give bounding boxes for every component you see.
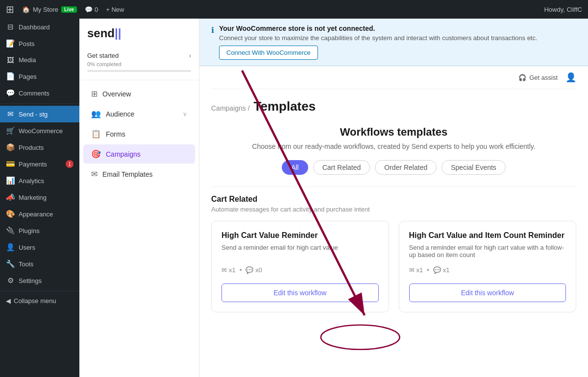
get-assist-label: Get assist xyxy=(529,74,558,81)
chevron-down-icon: ∨ xyxy=(183,111,187,118)
sidebar-item-tools[interactable]: 🔧 Tools xyxy=(0,256,79,272)
sidebar-item-label: Analytics xyxy=(19,177,44,185)
sidebar-item-appearance[interactable]: 🎨 Appearance xyxy=(0,206,79,222)
tools-icon: 🔧 xyxy=(6,259,15,268)
sidebar-item-users[interactable]: 👤 Users xyxy=(0,239,79,256)
woocommerce-banner: ℹ Your WooCommerce store is not yet conn… xyxy=(199,19,588,66)
sidebar-item-analytics[interactable]: 📊 Analytics xyxy=(0,172,79,189)
admin-bar: ⊞ 🏠 My Store Live 💬 0 + New Howdy, Cliff… xyxy=(0,0,588,19)
sidebar-item-send-stg[interactable]: ✉ Send - stg xyxy=(0,106,79,122)
posts-icon: 📝 xyxy=(6,39,15,48)
filter-tab-order-related[interactable]: Order Related xyxy=(375,160,437,175)
headset-icon: 🎧 xyxy=(518,74,526,81)
plugin-nav-email-templates[interactable]: ✉ Email Templates xyxy=(83,165,195,184)
send-stg-icon: ✉ xyxy=(6,110,15,118)
breadcrumb-parent[interactable]: Campaigns xyxy=(211,104,246,112)
comment-icon: 💬 xyxy=(85,6,93,13)
site-name[interactable]: 🏠 My Store Live xyxy=(22,6,77,13)
sidebar-item-label: Posts xyxy=(19,40,35,47)
marketing-icon: 📣 xyxy=(6,193,15,202)
forms-label: Forms xyxy=(106,130,125,138)
site-name-label: My Store xyxy=(33,6,58,13)
sidebar-item-label: Marketing xyxy=(19,194,47,201)
new-button[interactable]: + New xyxy=(106,6,124,13)
edit-workflow-button-2[interactable]: Edit this workflow xyxy=(409,283,566,302)
user-profile-icon[interactable]: 👤 xyxy=(565,72,576,83)
plugin-nav-overview[interactable]: ⊞ Overview xyxy=(83,84,195,103)
wp-logo-icon[interactable]: ⊞ xyxy=(6,3,14,15)
collapse-menu-button[interactable]: ◀ Collapse menu xyxy=(0,293,79,308)
email-templates-label: Email Templates xyxy=(102,170,152,178)
sidebar-item-label: Send - stg xyxy=(19,111,48,118)
sidebar-item-label: Appearance xyxy=(19,211,53,218)
plugin-nav-audience[interactable]: 👥 Audience ∨ xyxy=(83,104,195,123)
card-1-emails: ✉ x1 xyxy=(221,266,236,274)
connect-woocommerce-button[interactable]: Connect With WooCommerce xyxy=(219,46,318,60)
banner-title: Your WooCommerce store is not yet connec… xyxy=(219,24,576,32)
filter-tab-all[interactable]: All xyxy=(282,160,308,175)
home-icon: 🏠 xyxy=(22,6,30,13)
card-1-title: High Cart Value Reminder xyxy=(221,231,379,240)
templates-description: Choose from our ready-made workflows, cr… xyxy=(211,142,576,150)
templates-header: Workflows templates Choose from our read… xyxy=(211,114,576,160)
card-2-emails: ✉ x1 xyxy=(409,266,423,274)
sidebar-item-payments[interactable]: 💳 Payments 1 xyxy=(0,156,79,172)
email-icon: ✉ xyxy=(221,266,227,274)
progress-bar-bg xyxy=(87,70,191,72)
meta-separator: • xyxy=(240,266,242,274)
sidebar-item-pages[interactable]: 📄 Pages xyxy=(0,68,79,85)
sidebar-item-label: Tools xyxy=(19,260,33,268)
filter-tab-special-events[interactable]: Special Events xyxy=(441,160,506,175)
email-icon-2: ✉ xyxy=(409,266,415,274)
card-2-meta: ✉ x1 • 💬 x1 xyxy=(409,266,566,274)
plugin-nav-forms[interactable]: 📋 Forms xyxy=(83,124,195,143)
get-assist-button[interactable]: 🎧 Get assist xyxy=(518,74,558,81)
card-1-message-count: x0 xyxy=(255,266,262,274)
comment-count: 0 xyxy=(95,6,98,13)
card-2-messages: 💬 x1 xyxy=(433,266,450,274)
breadcrumb: Campaigns / Templates xyxy=(211,89,576,114)
products-icon: 📦 xyxy=(6,143,15,152)
analytics-icon: 📊 xyxy=(6,176,15,185)
sidebar-item-label: Plugins xyxy=(19,227,40,235)
collapse-label: Collapse menu xyxy=(14,297,56,305)
banner-description: Connect your store to maximize the capab… xyxy=(219,34,576,42)
plugin-nav-campaigns[interactable]: 🎯 Campaigns xyxy=(83,144,195,164)
sidebar-item-dashboard[interactable]: ⊟ Dashboard xyxy=(0,19,79,35)
card-2-message-count: x1 xyxy=(443,266,450,274)
wp-sidebar: ⊟ Dashboard 📝 Posts 🖼 Media 📄 Pages 💬 Co… xyxy=(0,19,79,377)
progress-label: 0% completed xyxy=(87,61,191,67)
card-2-title: High Cart Value and Item Count Reminder xyxy=(409,231,566,240)
get-started-section[interactable]: Get started › 0% completed xyxy=(79,48,199,80)
media-icon: 🖼 xyxy=(6,56,15,64)
sidebar-item-label: Payments xyxy=(19,161,47,168)
sidebar-item-label: Media xyxy=(19,56,36,64)
sidebar-item-plugins[interactable]: 🔌 Plugins xyxy=(0,222,79,239)
collapse-icon: ◀ xyxy=(6,297,11,305)
appearance-icon: 🎨 xyxy=(6,210,15,218)
breadcrumb-separator: / xyxy=(248,104,252,112)
message-icon-2: 💬 xyxy=(433,266,441,274)
templates-heading: Workflows templates xyxy=(211,126,576,139)
comments-notif[interactable]: 💬 0 xyxy=(85,6,98,13)
settings-icon: ⚙ xyxy=(6,276,15,285)
dashboard-icon: ⊟ xyxy=(6,23,15,31)
sidebar-item-comments[interactable]: 💬 Comments xyxy=(0,85,79,101)
sidebar-item-posts[interactable]: 📝 Posts xyxy=(0,35,79,52)
pages-icon: 📄 xyxy=(6,72,15,81)
sidebar-item-settings[interactable]: ⚙ Settings xyxy=(0,272,79,289)
plugin-logo: send|| xyxy=(79,26,199,48)
section-divider xyxy=(211,187,576,187)
filter-tab-cart-related[interactable]: Cart Related xyxy=(313,160,370,175)
new-button-label: + New xyxy=(106,6,124,13)
sidebar-item-media[interactable]: 🖼 Media xyxy=(0,52,79,68)
sidebar-item-products[interactable]: 📦 Products xyxy=(0,139,79,156)
meta-separator-2: • xyxy=(427,266,429,274)
sidebar-item-woocommerce[interactable]: 🛒 WooCommerce xyxy=(0,122,79,139)
payments-badge: 1 xyxy=(66,160,74,168)
edit-workflow-button-1[interactable]: Edit this workflow xyxy=(221,283,379,302)
card-2-email-count: x1 xyxy=(416,266,423,274)
sidebar-item-label: Dashboard xyxy=(19,24,50,31)
sidebar-item-label: Comments xyxy=(19,90,49,97)
sidebar-item-marketing[interactable]: 📣 Marketing xyxy=(0,189,79,206)
